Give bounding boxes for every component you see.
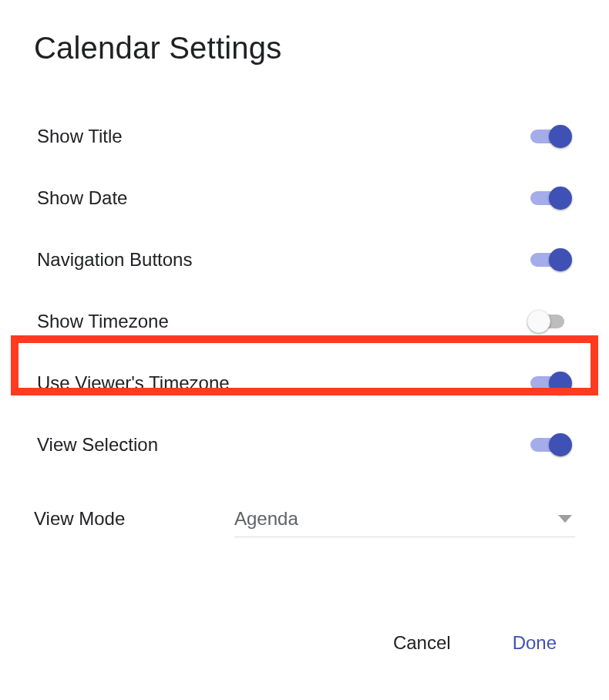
chevron-down-icon — [558, 512, 572, 526]
label-nav-buttons: Navigation Buttons — [37, 249, 192, 271]
page-title: Calendar Settings — [34, 31, 575, 66]
row-viewer-timezone: Use Viewer's Timezone — [34, 352, 575, 414]
row-view-mode: View Mode Agenda — [34, 488, 575, 550]
toggle-show-date[interactable] — [530, 185, 572, 211]
label-view-selection: View Selection — [37, 434, 158, 456]
row-show-date: Show Date — [34, 167, 575, 229]
settings-panel: Calendar Settings Show Title Show Date N… — [0, 0, 609, 700]
label-show-date: Show Date — [37, 187, 127, 209]
toggle-nav-buttons[interactable] — [530, 247, 572, 273]
done-button[interactable]: Done — [503, 626, 566, 660]
label-view-mode: View Mode — [34, 508, 234, 530]
label-viewer-timezone: Use Viewer's Timezone — [37, 372, 230, 394]
toggle-viewer-timezone[interactable] — [530, 370, 572, 396]
dropdown-view-mode[interactable]: Agenda — [234, 500, 575, 537]
label-show-timezone: Show Timezone — [37, 311, 169, 332]
row-view-selection: View Selection — [34, 414, 575, 476]
row-show-timezone: Show Timezone — [34, 291, 575, 352]
toggle-show-timezone[interactable] — [530, 308, 572, 335]
svg-marker-0 — [558, 515, 572, 523]
dropdown-view-mode-value: Agenda — [234, 508, 298, 530]
row-nav-buttons: Navigation Buttons — [34, 229, 575, 291]
toggle-show-title[interactable] — [530, 123, 572, 150]
label-show-title: Show Title — [37, 126, 123, 147]
dialog-footer: Cancel Done — [384, 626, 566, 660]
row-show-title: Show Title — [34, 106, 575, 167]
toggle-view-selection[interactable] — [530, 432, 572, 458]
cancel-button[interactable]: Cancel — [384, 626, 460, 660]
